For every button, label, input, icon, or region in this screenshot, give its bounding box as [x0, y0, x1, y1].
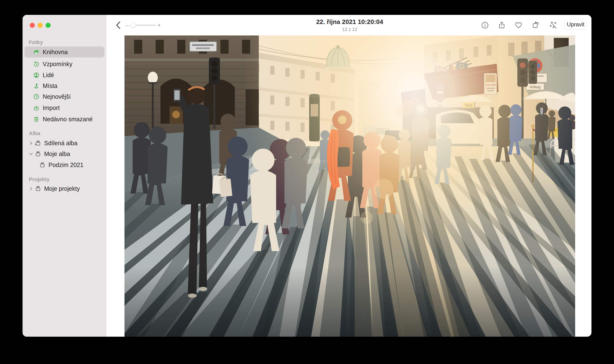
photos-app-window: Fotky Knihovna Vzpomínky Lidé — [23, 15, 591, 337]
zoom-slider-knob[interactable] — [130, 22, 136, 28]
close-button[interactable] — [30, 23, 35, 28]
shared-album-icon — [35, 140, 41, 146]
memories-icon — [33, 61, 40, 67]
chevron-down-icon[interactable] — [28, 152, 34, 156]
share-button[interactable] — [496, 20, 507, 30]
info-button[interactable] — [480, 20, 490, 30]
sidebar-item-label: Nedávno smazané — [43, 116, 93, 123]
sidebar-item-label: Vzpomínky — [43, 61, 72, 68]
sidebar-item-moje-projekty[interactable]: Moje projekty — [25, 183, 104, 194]
auto-enhance-icon[interactable] — [548, 20, 559, 30]
album-icon — [35, 151, 41, 157]
toolbar: – + 22. října 2021 10:20:04 12 z 12 — [106, 15, 591, 36]
section-header-fotky: Fotky — [29, 39, 43, 46]
window-controls — [30, 23, 51, 28]
sidebar-item-sdilena-alba[interactable]: Sdílená alba — [25, 138, 104, 149]
photo-illustration: HOTEL COLLINS ausgenommen — [124, 36, 575, 337]
sidebar-item-nedavno-smazane[interactable]: Nedávno smazané — [25, 114, 104, 125]
chevron-right-icon[interactable] — [28, 187, 34, 191]
sidebar-item-label: Místa — [43, 82, 57, 89]
sidebar-item-label: Podzim 2021 — [48, 161, 83, 169]
back-button[interactable] — [113, 20, 123, 30]
section-header-alba: Alba — [29, 130, 40, 137]
desktop-background: Fotky Knihovna Vzpomínky Lidé — [0, 0, 614, 364]
sidebar-item-nejnovejsi[interactable]: Nejnovější — [25, 91, 104, 102]
favorite-button[interactable] — [513, 20, 524, 30]
sidebar-item-label: Sdílená alba — [44, 140, 78, 147]
sidebar-item-label: Moje alba — [44, 151, 70, 157]
zoom-out-label[interactable]: – — [125, 22, 129, 28]
album-icon — [35, 185, 41, 192]
import-icon — [33, 105, 40, 111]
edit-button[interactable]: Upravit — [564, 20, 587, 29]
recents-icon — [33, 93, 40, 100]
zoom-slider-track[interactable] — [130, 25, 156, 26]
album-icon — [39, 162, 45, 168]
photo-title-block: 22. října 2021 10:20:04 12 z 12 — [266, 18, 434, 32]
sidebar-item-label: Import — [43, 104, 60, 111]
sidebar-item-label: Moje projekty — [44, 185, 80, 192]
sidebar-item-knihovna[interactable]: Knihovna — [25, 47, 104, 57]
sidebar-item-import[interactable]: Import — [25, 102, 104, 113]
rotate-button[interactable] — [531, 20, 541, 30]
places-icon — [33, 83, 40, 89]
sidebar-item-podzim-2021[interactable]: Podzim 2021 — [25, 159, 104, 170]
sidebar-item-label: Lidé — [43, 72, 54, 78]
minimize-button[interactable] — [38, 23, 43, 28]
edit-button-label: Upravit — [567, 21, 585, 28]
section-header-projekty: Projekty — [29, 176, 50, 182]
sidebar-item-vzpominky[interactable]: Vzpomínky — [25, 58, 104, 69]
sidebar-item-label: Knihovna — [43, 49, 68, 56]
photo-date-title: 22. října 2021 10:20:04 — [266, 18, 434, 26]
zoom-button[interactable] — [46, 23, 51, 28]
trash-icon — [33, 116, 40, 122]
photos-stack-icon — [33, 49, 40, 55]
photo-canvas: HOTEL COLLINS ausgenommen — [124, 36, 575, 337]
photo-counter: 12 z 12 — [266, 27, 434, 32]
sidebar-item-mista[interactable]: Místa — [25, 80, 104, 91]
zoom-in-label[interactable]: + — [157, 22, 161, 28]
chevron-right-icon[interactable] — [28, 141, 34, 145]
sidebar-item-moje-alba[interactable]: Moje alba — [25, 148, 104, 159]
zoom-slider[interactable]: – + — [125, 20, 161, 30]
people-icon — [33, 72, 40, 78]
sidebar-item-label: Nejnovější — [43, 93, 71, 100]
sidebar: Fotky Knihovna Vzpomínky Lidé — [23, 15, 106, 337]
sidebar-item-lide[interactable]: Lidé — [25, 69, 104, 80]
